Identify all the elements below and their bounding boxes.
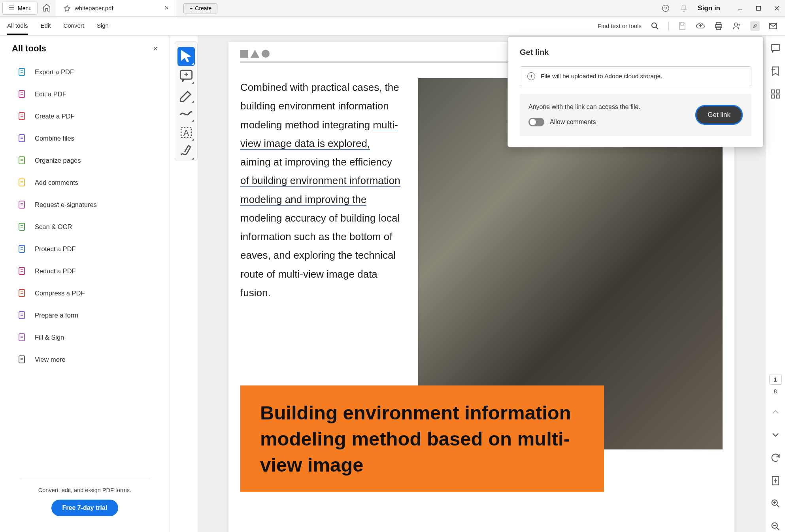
document-tab[interactable]: whitepaper.pdf × xyxy=(56,0,177,16)
close-window-button[interactable] xyxy=(774,5,779,12)
tool-icon xyxy=(17,288,27,298)
sidebar-item-label: Edit a PDF xyxy=(35,90,66,98)
sidebar-item-request-e-signatures[interactable]: Request e-signatures xyxy=(0,194,170,216)
menu-label: Menu xyxy=(18,5,32,11)
sidebar-item-label: Combine files xyxy=(35,135,74,142)
tool-icon xyxy=(17,89,27,99)
svg-text:?: ? xyxy=(664,6,667,11)
tool-icon xyxy=(17,333,27,342)
comment-tool[interactable] xyxy=(177,66,195,85)
search-icon[interactable] xyxy=(650,21,660,31)
svg-rect-22 xyxy=(19,356,25,363)
svg-point-3 xyxy=(652,23,657,28)
info-box: i File will be uploaded to Adobe cloud s… xyxy=(520,66,751,86)
orange-heading: Building environment information modelin… xyxy=(260,400,584,478)
email-icon[interactable] xyxy=(768,21,778,31)
page-current-input[interactable]: 1 xyxy=(769,374,782,385)
allow-comments-row: Allow comments xyxy=(528,118,686,126)
comments-panel-icon[interactable] xyxy=(770,43,781,54)
create-button[interactable]: + Create xyxy=(183,3,217,13)
tool-tabs: All tools Edit Convert Sign xyxy=(7,17,109,35)
sidebar-item-combine-files[interactable]: Combine files xyxy=(0,127,170,149)
tab-name: whitepaper.pdf xyxy=(75,5,113,11)
help-icon[interactable]: ? xyxy=(661,4,670,13)
star-icon[interactable] xyxy=(64,5,71,12)
page-view-icon[interactable] xyxy=(770,475,781,486)
get-link-popover: Get link i File will be uploaded to Adob… xyxy=(508,36,764,147)
page-down-icon[interactable] xyxy=(770,429,781,440)
sidebar-item-redact-a-pdf[interactable]: Redact a PDF xyxy=(0,260,170,282)
sidebar-item-label: Protect a PDF xyxy=(35,245,76,253)
fill-sign-tool[interactable] xyxy=(177,142,195,161)
sidebar-item-prepare-a-form[interactable]: Prepare a form xyxy=(0,304,170,326)
page-total: 8 xyxy=(769,388,782,395)
svg-rect-13 xyxy=(19,157,25,164)
page-up-icon[interactable] xyxy=(770,406,781,417)
bell-icon[interactable] xyxy=(679,4,688,13)
menu-button[interactable]: Menu xyxy=(2,2,38,15)
sidebar-item-create-a-pdf[interactable]: Create a PDF xyxy=(0,105,170,127)
svg-rect-14 xyxy=(19,179,25,186)
highlight-tool[interactable] xyxy=(177,85,195,104)
zoom-out-icon[interactable] xyxy=(770,521,781,532)
sidebar-item-protect-a-pdf[interactable]: Protect a PDF xyxy=(0,238,170,260)
svg-rect-9 xyxy=(19,68,25,75)
paragraph-underlined: multi-view image data is explored, aimin… xyxy=(240,119,400,206)
svg-rect-15 xyxy=(19,201,25,208)
text-tool[interactable]: A xyxy=(177,123,195,142)
tool-icon xyxy=(17,266,27,276)
info-text: File will be uploaded to Adobe cloud sto… xyxy=(541,73,662,80)
hamburger-icon xyxy=(8,4,15,12)
sidebar-close-button[interactable]: × xyxy=(153,44,158,53)
bookmarks-icon[interactable] xyxy=(770,66,781,77)
svg-rect-30 xyxy=(776,95,779,98)
maximize-button[interactable] xyxy=(756,5,761,12)
sidebar-item-export-a-pdf[interactable]: Export a PDF xyxy=(0,61,170,83)
rotate-icon[interactable] xyxy=(770,452,781,463)
sidebar-item-edit-a-pdf[interactable]: Edit a PDF xyxy=(0,83,170,105)
sidebar-item-view-more[interactable]: View more xyxy=(0,348,170,370)
link-icon[interactable] xyxy=(750,21,760,31)
save-icon[interactable] xyxy=(677,21,687,31)
get-link-button[interactable]: Get link xyxy=(695,105,743,125)
allow-comments-toggle[interactable] xyxy=(528,118,544,126)
cloud-upload-icon[interactable] xyxy=(696,21,705,31)
sidebar-item-organize-pages[interactable]: Organize pages xyxy=(0,149,170,171)
sign-in-button[interactable]: Sign in xyxy=(698,4,720,12)
minimize-button[interactable] xyxy=(738,5,743,12)
sidebar-item-compress-a-pdf[interactable]: Compress a PDF xyxy=(0,282,170,304)
zoom-in-icon[interactable] xyxy=(770,498,781,509)
select-tool[interactable] xyxy=(177,47,195,66)
free-trial-button[interactable]: Free 7-day trial xyxy=(51,500,119,516)
window-controls xyxy=(738,5,779,12)
sidebar-item-label: Compress a PDF xyxy=(35,289,85,297)
secondary-toolbar: All tools Edit Convert Sign Find text or… xyxy=(0,17,785,36)
tab-convert[interactable]: Convert xyxy=(63,17,84,35)
draw-tool[interactable] xyxy=(177,104,195,123)
access-description: Anyone with the link can access the file… xyxy=(528,103,686,111)
add-person-icon[interactable] xyxy=(732,21,742,31)
tool-icon xyxy=(17,111,27,121)
tab-edit[interactable]: Edit xyxy=(41,17,51,35)
triangle-icon xyxy=(251,50,259,58)
home-button[interactable] xyxy=(38,0,56,17)
tool-icon xyxy=(17,156,27,165)
popover-title: Get link xyxy=(520,48,751,57)
all-tools-sidebar: All tools × Export a PDFEdit a PDFCreate… xyxy=(0,36,170,532)
svg-rect-18 xyxy=(19,267,25,274)
sidebar-item-scan-ocr[interactable]: Scan & OCR xyxy=(0,216,170,238)
sidebar-item-label: Add comments xyxy=(35,179,78,186)
find-label[interactable]: Find text or tools xyxy=(598,23,642,29)
orange-heading-block: Building environment information modelin… xyxy=(240,385,604,492)
tab-close-button[interactable]: × xyxy=(165,4,169,12)
tab-sign[interactable]: Sign xyxy=(97,17,109,35)
sidebar-item-fill-sign[interactable]: Fill & Sign xyxy=(0,326,170,348)
sidebar-item-label: Prepare a form xyxy=(35,312,78,319)
sidebar-item-add-comments[interactable]: Add comments xyxy=(0,171,170,194)
thumbnails-icon[interactable] xyxy=(770,88,781,100)
tool-icon xyxy=(17,178,27,187)
access-left: Anyone with the link can access the file… xyxy=(528,103,686,126)
print-icon[interactable] xyxy=(714,21,723,31)
allow-comments-label: Allow comments xyxy=(550,118,596,126)
tab-all-tools[interactable]: All tools xyxy=(7,17,28,35)
